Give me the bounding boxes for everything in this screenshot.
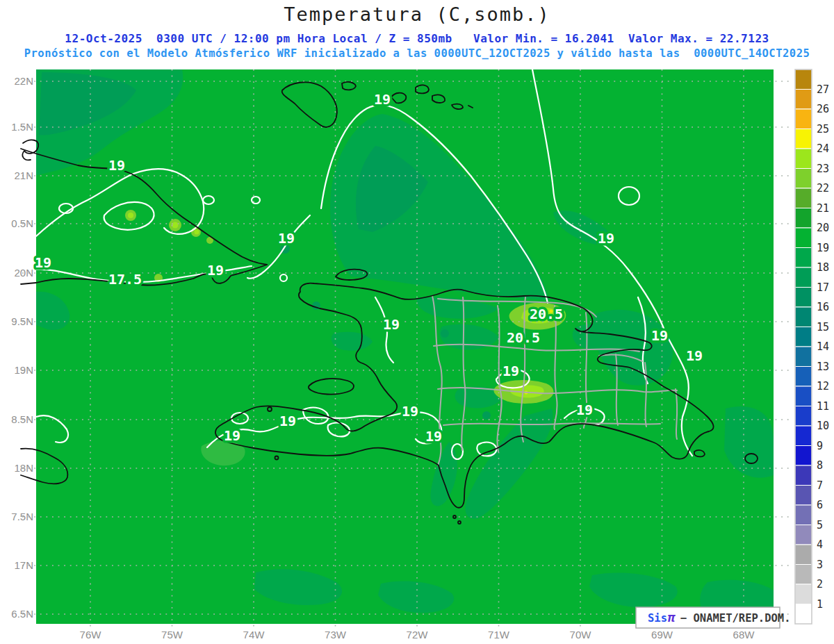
y-tick-label: 1.5N <box>11 121 33 133</box>
colorbar-cell <box>795 367 812 387</box>
colorbar-cell <box>795 604 812 625</box>
colorbar-label: 14 <box>817 340 829 353</box>
watermark-org: − ONAMET/REP.DOM. <box>680 612 791 625</box>
contour-label: 19 <box>374 91 391 108</box>
contour-label: 19 <box>35 254 51 271</box>
colorbar-label: 20 <box>817 222 829 234</box>
colorbar-cell <box>795 188 812 208</box>
colorbar-cell <box>795 465 812 486</box>
contour-label: 19 <box>576 402 593 418</box>
colorbar-cell <box>795 347 812 367</box>
colorbar-label: 19 <box>817 242 829 254</box>
colorbar-label: 15 <box>817 321 829 333</box>
colorbar-label: 26 <box>817 103 829 115</box>
y-tick-label: 22N <box>14 75 33 87</box>
colorbar-label: 22 <box>817 182 829 195</box>
y-tick-label: 9.5N <box>11 315 33 327</box>
x-tick-label: 72W <box>407 629 429 641</box>
contour-label: 19 <box>598 230 614 247</box>
colorbar-label: 5 <box>817 519 823 531</box>
colorbar-label: 7 <box>817 479 823 492</box>
y-tick-label: 17N <box>14 559 33 571</box>
colorbar-label: 3 <box>817 559 823 571</box>
colorbar-cell <box>795 584 812 604</box>
colorbar-label: 12 <box>817 380 829 393</box>
y-tick-label: 19N <box>14 364 33 376</box>
colorbar-cell <box>795 426 812 446</box>
contour-label: 17.5 <box>108 271 142 288</box>
colorbar-cell <box>795 109 812 129</box>
x-tick-label: 70W <box>570 629 592 641</box>
colorbar-label: 25 <box>817 123 829 135</box>
colorbar-cell <box>795 565 812 585</box>
watermark-text: Sisπ− ONAMET/REP.DOM. <box>648 610 790 625</box>
colorbar-label: 6 <box>817 499 823 511</box>
colorbar-label: 4 <box>817 538 823 551</box>
colorbar-cell <box>795 327 812 347</box>
colorbar-cell <box>795 545 812 565</box>
contour-label: 19 <box>502 363 519 379</box>
colorbar-label: 11 <box>817 400 829 413</box>
x-tick-label: 76W <box>80 629 102 641</box>
y-tick-label: 21N <box>14 170 33 181</box>
colorbar: 2726252423222120191817161514131211109876… <box>795 69 829 624</box>
colorbar-cell <box>795 129 812 149</box>
contour-label: 19 <box>224 427 240 444</box>
colorbar-label: 18 <box>817 261 829 274</box>
colorbar-cell <box>795 228 812 248</box>
colorbar-cell <box>795 169 812 189</box>
pi-symbol: π <box>668 610 676 625</box>
contour-label: 20.5 <box>530 306 563 322</box>
colorbar-cell <box>795 90 812 110</box>
colorbar-label: 1 <box>817 598 823 611</box>
colorbar-label: 9 <box>817 440 823 452</box>
colorbar-label: 27 <box>817 83 829 96</box>
colorbar-cell <box>795 505 812 525</box>
colorbar-label: 8 <box>817 459 823 472</box>
colorbar-label: 2 <box>817 578 823 591</box>
colorbar-label: 16 <box>817 301 829 313</box>
contour-label: 19 <box>402 403 418 420</box>
colorbar-label: 13 <box>817 361 829 373</box>
colorbar-label: 21 <box>817 202 829 215</box>
colorbar-cell <box>795 149 812 169</box>
contour-label: 19 <box>207 262 224 279</box>
y-tick-label: 18N <box>14 462 33 474</box>
contour-label: 19 <box>651 327 668 344</box>
contour-label: 19 <box>108 157 125 174</box>
colorbar-label: 24 <box>817 142 829 155</box>
x-tick-label: 69W <box>651 629 673 641</box>
y-tick-label: 0.5N <box>11 217 33 229</box>
colorbar-cell <box>795 486 812 506</box>
colorbar-label: 17 <box>817 281 829 294</box>
contour-label: 19 <box>383 316 400 333</box>
contour-label: 19 <box>686 347 703 364</box>
x-tick-label: 75W <box>161 629 183 641</box>
temperature-map: 22N1.5N21N0.5N20N9.5N19N8.5N18N7.5N17N6.… <box>0 0 834 644</box>
colorbar-cell <box>795 525 812 545</box>
colorbar-label: 10 <box>817 420 829 432</box>
x-tick-label: 74W <box>243 629 265 641</box>
y-tick-label: 6.5N <box>11 608 33 620</box>
x-axis-labels: 76W75W74W73W72W71W70W69W68W <box>80 629 755 641</box>
y-tick-label: 20N <box>14 267 33 279</box>
colorbar-cell <box>795 307 812 327</box>
contour-label: 19 <box>278 230 295 247</box>
watermark: Sisπ− ONAMET/REP.DOM. <box>636 607 790 628</box>
colorbar-cell <box>795 248 812 268</box>
watermark-brand: Sis <box>648 612 667 625</box>
x-tick-label: 71W <box>488 629 510 641</box>
colorbar-cell <box>795 288 812 308</box>
x-tick-label: 73W <box>325 629 347 641</box>
contour-label: 19 <box>425 428 442 445</box>
colorbar-cell <box>795 69 812 90</box>
x-tick-label: 68W <box>733 629 755 641</box>
contour-label: 20.5 <box>507 329 540 346</box>
contour-label: 19 <box>279 413 296 429</box>
y-tick-label: 7.5N <box>11 511 33 522</box>
colorbar-cell <box>795 446 812 466</box>
colorbar-cell <box>795 386 812 406</box>
colorbar-cell <box>795 406 812 427</box>
colorbar-cell <box>795 208 812 229</box>
colorbar-cell <box>795 267 812 288</box>
